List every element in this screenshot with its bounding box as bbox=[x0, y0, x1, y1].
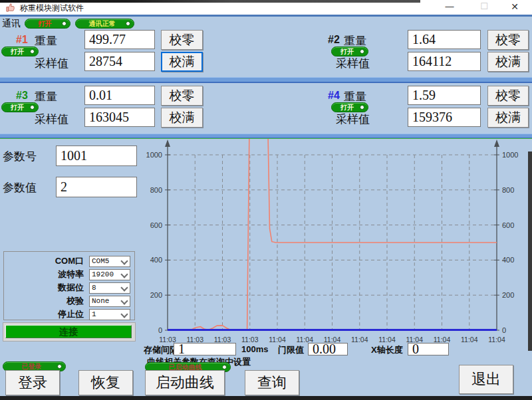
sample-label: 采样值 bbox=[336, 56, 370, 71]
sample-value-input[interactable] bbox=[84, 52, 155, 71]
connect-button[interactable]: 连接 bbox=[5, 325, 132, 338]
y-tick-label: 0 bbox=[158, 326, 162, 334]
threshold-input[interactable] bbox=[308, 343, 348, 355]
y-tick-label: 1000 bbox=[146, 151, 162, 159]
start-curve-button[interactable]: 启动曲线 bbox=[145, 370, 225, 395]
com-port-label: COM口 bbox=[4, 255, 84, 267]
thumbs-up-icon bbox=[5, 3, 15, 13]
channel-id: #2 bbox=[328, 34, 340, 46]
sample-value-input[interactable] bbox=[84, 108, 155, 127]
zero-calibration-button[interactable]: 校零 bbox=[487, 86, 529, 106]
sample-label: 采样值 bbox=[336, 112, 370, 127]
login-button[interactable]: 登录 bbox=[5, 370, 60, 395]
weight-label: 重量 bbox=[35, 33, 57, 49]
zero-calibration-button[interactable]: 校零 bbox=[487, 30, 529, 50]
data-bits-row: 数据位 8 bbox=[4, 282, 130, 294]
x-tick-label: 11:03 bbox=[241, 336, 259, 344]
baud-rate-row: 波特率 19200 bbox=[4, 268, 130, 280]
connect-tray: 连接 bbox=[3, 322, 136, 342]
data-bits-label: 数据位 bbox=[4, 282, 84, 294]
y-tick-label: 1000 bbox=[502, 151, 518, 159]
x-tick-label: 11:04 bbox=[488, 336, 505, 344]
full-calibration-button[interactable]: 校满 bbox=[487, 52, 529, 72]
param-number-label: 参数号 bbox=[3, 149, 37, 164]
stop-bits-label: 停止位 bbox=[4, 308, 84, 320]
y-tick-label: 600 bbox=[150, 221, 162, 229]
maximize-button[interactable]: ☐ bbox=[473, 0, 495, 15]
full-calibration-button[interactable]: 校满 bbox=[161, 108, 203, 128]
x-tick-label: 11:04 bbox=[378, 336, 396, 344]
y-tick-label: 0 bbox=[502, 326, 506, 334]
interval-unit-label: 100ms bbox=[241, 344, 268, 354]
data-bits-select[interactable]: 8 bbox=[89, 282, 130, 294]
stop-bits-select[interactable]: 1 bbox=[89, 309, 130, 320]
threshold-label: 门限值 bbox=[278, 344, 304, 356]
com-port-select[interactable]: COM5 bbox=[89, 256, 130, 267]
trend-chart-svg: 002002004004006006008008001000100011:031… bbox=[140, 139, 532, 346]
led-dot-icon bbox=[222, 365, 227, 369]
led-dot-icon bbox=[30, 49, 35, 54]
weight-value-input[interactable] bbox=[84, 30, 155, 49]
weight-value-input[interactable] bbox=[84, 86, 155, 105]
param-value-label: 参数值 bbox=[3, 180, 37, 195]
axis-arrow-icon bbox=[494, 140, 499, 147]
channel-3-panel: #3 重量 校零 打开 采样值 校满 bbox=[0, 84, 213, 132]
com-port-row: COM口 COM5 bbox=[4, 255, 130, 267]
parity-label: 校验 bbox=[4, 295, 84, 307]
y-tick-label: 200 bbox=[502, 291, 514, 299]
led-dot-icon bbox=[57, 364, 62, 369]
parity-row: 校验 None bbox=[4, 295, 130, 307]
x-tick-label: 11:04 bbox=[461, 336, 478, 344]
led-dot-icon bbox=[126, 21, 130, 26]
comm-open-badge: 打开 bbox=[25, 19, 70, 29]
channel-open-badge: 打开 bbox=[1, 102, 39, 112]
query-button[interactable]: 查询 bbox=[245, 370, 299, 395]
sample-value-input[interactable] bbox=[408, 108, 481, 127]
xaxis-length-input[interactable] bbox=[408, 343, 449, 355]
axis-arrow-icon bbox=[165, 140, 170, 147]
panel-divider bbox=[0, 77, 532, 83]
y-tick-label: 600 bbox=[502, 221, 514, 229]
zero-calibration-button[interactable]: 校零 bbox=[161, 86, 203, 106]
full-calibration-button[interactable]: 校满 bbox=[161, 52, 203, 72]
exit-button[interactable]: 退出 bbox=[459, 365, 513, 394]
window-title: 称重模块测试软件 bbox=[20, 3, 84, 14]
x-tick-label: 11:04 bbox=[269, 336, 286, 344]
chevron-down-icon bbox=[120, 257, 128, 264]
restore-button[interactable]: 恢复 bbox=[78, 370, 133, 395]
close-button[interactable]: ✕ bbox=[504, 0, 525, 15]
channel-4-panel: #4 重量 校零 打开 采样值 校满 bbox=[306, 84, 532, 132]
channel-open-badge: 打开 bbox=[331, 47, 368, 56]
y-tick-label: 400 bbox=[502, 256, 514, 264]
trend-chart: 002002004004006006008008001000100011:031… bbox=[140, 139, 532, 346]
xaxis-length-label: X轴长度 bbox=[371, 344, 403, 356]
param-value-input[interactable] bbox=[56, 177, 137, 197]
led-dot-icon bbox=[360, 105, 364, 110]
client-top-border bbox=[0, 15, 532, 17]
led-dot-icon bbox=[360, 49, 364, 54]
led-dot-icon bbox=[62, 21, 66, 26]
minimize-button[interactable]: — bbox=[439, 0, 460, 15]
weight-value-input[interactable] bbox=[408, 86, 481, 105]
desktop-edge-top bbox=[0, 0, 420, 3]
channel-open-badge: 打开 bbox=[1, 47, 39, 56]
channel-open-badge: 打开 bbox=[331, 102, 368, 112]
channel-2-panel: #2 重量 校零 打开 采样值 校满 bbox=[306, 29, 532, 76]
param-number-input[interactable] bbox=[56, 146, 137, 166]
channel-id: #1 bbox=[16, 34, 28, 46]
parity-select[interactable]: None bbox=[89, 296, 130, 307]
baud-rate-select[interactable]: 19200 bbox=[89, 269, 130, 280]
full-calibration-button[interactable]: 校满 bbox=[487, 108, 529, 128]
channel-id: #3 bbox=[16, 90, 28, 102]
zero-calibration-button[interactable]: 校零 bbox=[161, 30, 203, 50]
comm-status-badge: 通讯正常 bbox=[75, 19, 134, 29]
chevron-down-icon bbox=[120, 297, 128, 304]
store-interval-input[interactable] bbox=[174, 343, 236, 355]
baud-rate-label: 波特率 bbox=[4, 268, 84, 280]
serial-settings-box: COM口 COM5 波特率 19200 数据位 8 校验 None 停止位 1 bbox=[3, 251, 135, 320]
weight-value-input[interactable] bbox=[408, 30, 481, 49]
channel-id: #4 bbox=[328, 90, 340, 102]
weighing-module-test-window: 称重模块测试软件 — ☐ ✕ 通讯 打开 通讯正常 #1 重量 校零 打开 采样… bbox=[0, 0, 532, 400]
desktop-edge-bottom bbox=[0, 396, 532, 400]
sample-value-input[interactable] bbox=[408, 52, 481, 71]
